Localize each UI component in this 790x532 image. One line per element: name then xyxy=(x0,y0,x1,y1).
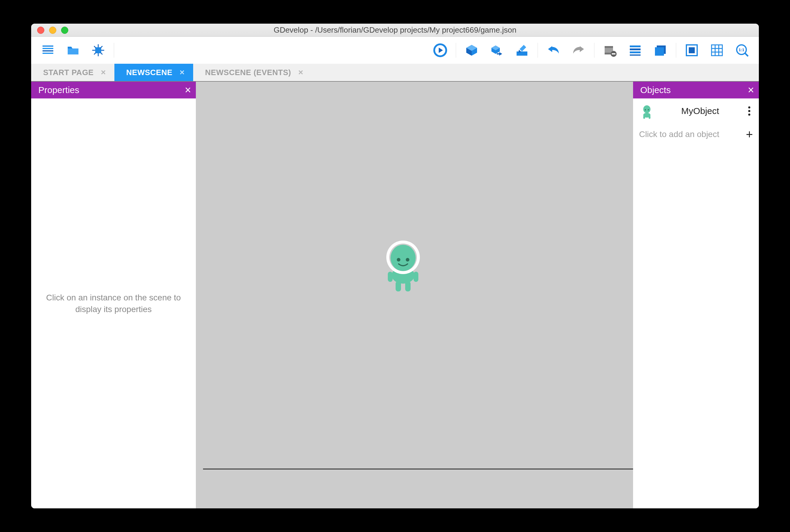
instances-list-button[interactable] xyxy=(648,40,672,61)
cube-icon xyxy=(464,43,479,57)
folder-icon xyxy=(66,43,80,57)
scene-instance-myobject[interactable] xyxy=(384,236,423,294)
tab-label: START PAGE xyxy=(43,68,94,77)
tab-newscene-events[interactable]: NEWSCENE (EVENTS) × xyxy=(193,64,312,81)
svg-line-10 xyxy=(100,46,103,48)
objects-panel-header: Objects × xyxy=(633,82,759,98)
maximize-window-button[interactable] xyxy=(61,26,68,34)
layers-button[interactable] xyxy=(623,40,647,61)
kebab-icon xyxy=(748,106,751,116)
tabs-bar: START PAGE × NEWSCENE × NEWSCENE (EVENTS… xyxy=(31,64,759,81)
svg-rect-19 xyxy=(612,53,616,55)
svg-rect-21 xyxy=(630,49,641,50)
close-panel-icon[interactable]: × xyxy=(748,85,754,95)
chip-icon xyxy=(91,43,106,57)
tab-start-page[interactable]: START PAGE × xyxy=(31,64,114,81)
alien-sprite-icon xyxy=(384,236,423,293)
svg-point-47 xyxy=(643,105,650,113)
tab-label: NEWSCENE xyxy=(126,68,172,77)
play-button[interactable] xyxy=(428,40,452,61)
svg-point-49 xyxy=(648,109,649,110)
toolbar: 1:1 xyxy=(31,37,759,64)
svg-rect-25 xyxy=(655,47,664,56)
svg-rect-22 xyxy=(630,52,641,53)
svg-point-44 xyxy=(397,258,400,262)
alien-thumb-icon xyxy=(639,103,655,119)
svg-line-12 xyxy=(100,53,103,55)
svg-rect-51 xyxy=(643,116,645,119)
object-list-item[interactable]: MyObject xyxy=(633,98,759,124)
toggle-grid-button[interactable] xyxy=(705,40,729,61)
svg-line-11 xyxy=(94,53,96,55)
svg-rect-38 xyxy=(414,272,418,282)
add-instance-button[interactable] xyxy=(485,40,509,61)
svg-rect-4 xyxy=(95,47,101,53)
toolbar-separator xyxy=(114,43,114,58)
open-project-button[interactable] xyxy=(61,40,85,61)
redo-button[interactable] xyxy=(567,40,591,61)
svg-rect-20 xyxy=(630,45,641,47)
undo-button[interactable] xyxy=(541,40,565,61)
delete-button[interactable] xyxy=(598,40,622,61)
properties-panel-header: Properties × xyxy=(31,82,196,98)
project-manager-button[interactable] xyxy=(36,40,60,61)
close-tab-icon[interactable]: × xyxy=(180,68,185,77)
pencil-icon xyxy=(515,43,529,57)
undo-icon xyxy=(546,43,561,57)
svg-point-54 xyxy=(748,110,751,112)
svg-text:1:1: 1:1 xyxy=(739,48,745,52)
svg-rect-52 xyxy=(649,116,650,119)
panel-title: Properties xyxy=(38,85,79,95)
svg-rect-27 xyxy=(689,47,695,53)
plus-icon: + xyxy=(746,128,753,140)
svg-rect-1 xyxy=(42,48,53,49)
svg-point-53 xyxy=(748,107,751,109)
svg-rect-14 xyxy=(517,52,527,56)
toolbar-separator xyxy=(537,43,538,58)
film-minus-icon xyxy=(603,43,617,57)
toolbar-separator xyxy=(676,43,676,58)
titlebar: GDevelop - /Users/florian/GDevelop proje… xyxy=(31,24,759,37)
objects-panel: Objects × xyxy=(633,82,759,508)
svg-rect-2 xyxy=(42,50,53,52)
edit-button[interactable] xyxy=(510,40,534,61)
svg-rect-40 xyxy=(405,281,410,291)
grid-icon xyxy=(710,43,724,57)
svg-point-43 xyxy=(390,245,416,271)
add-object-row[interactable]: Click to add an object + xyxy=(633,124,759,145)
svg-point-55 xyxy=(748,114,751,116)
list-icon xyxy=(41,43,55,57)
svg-point-48 xyxy=(645,109,646,110)
scene-canvas-wrap xyxy=(196,82,633,508)
toggle-mask-button[interactable] xyxy=(680,40,704,61)
tab-label: NEWSCENE (EVENTS) xyxy=(205,68,291,77)
minimize-window-button[interactable] xyxy=(49,26,56,34)
svg-rect-39 xyxy=(396,281,401,291)
play-icon xyxy=(433,43,447,57)
svg-rect-28 xyxy=(712,45,722,56)
svg-rect-16 xyxy=(605,46,613,48)
scene-canvas[interactable] xyxy=(203,82,633,470)
svg-line-34 xyxy=(745,53,748,56)
zoom-reset-button[interactable]: 1:1 xyxy=(730,40,754,61)
properties-placeholder: Click on an instance on the scene to dis… xyxy=(31,98,196,508)
properties-panel-body: Click on an instance on the scene to dis… xyxy=(31,98,196,508)
close-tab-icon[interactable]: × xyxy=(298,68,304,77)
close-panel-icon[interactable]: × xyxy=(185,85,191,95)
tab-newscene[interactable]: NEWSCENE × xyxy=(114,64,193,81)
windowstack-icon xyxy=(653,43,667,57)
svg-rect-23 xyxy=(630,55,641,56)
close-window-button[interactable] xyxy=(37,26,44,34)
app-window: GDevelop - /Users/florian/GDevelop proje… xyxy=(31,24,759,508)
svg-rect-37 xyxy=(388,272,392,282)
svg-line-9 xyxy=(94,46,96,48)
close-tab-icon[interactable]: × xyxy=(101,68,106,77)
object-thumbnail xyxy=(639,103,655,119)
zoom-11-icon: 1:1 xyxy=(735,43,749,57)
object-menu-button[interactable] xyxy=(746,106,753,116)
debug-button[interactable] xyxy=(86,40,110,61)
panel-title: Objects xyxy=(640,85,671,95)
svg-rect-0 xyxy=(42,45,53,47)
toolbar-separator xyxy=(594,43,594,58)
add-object-button[interactable] xyxy=(460,40,484,61)
